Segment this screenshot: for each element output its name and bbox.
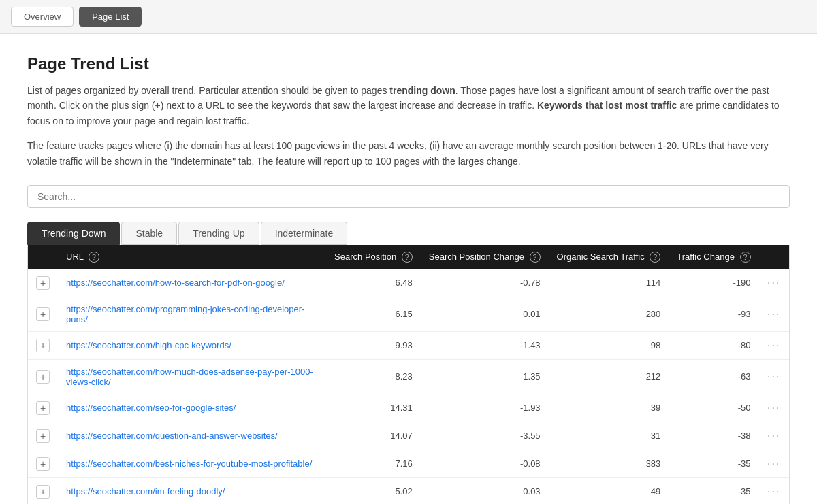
- th-search-position-change: Search Position Change ?: [421, 245, 549, 269]
- more-button[interactable]: ···: [767, 458, 780, 469]
- spc-cell: 0.01: [421, 297, 549, 331]
- ost-cell: 212: [549, 359, 669, 394]
- expand-button[interactable]: +: [36, 370, 50, 384]
- expand-cell: +: [28, 422, 58, 450]
- tab-trending-down[interactable]: Trending Down: [27, 222, 120, 245]
- trend-tabs: Trending Down Stable Trending Up Indeter…: [27, 222, 790, 245]
- expand-cell: +: [28, 297, 58, 331]
- spc-cell: 1.35: [421, 359, 549, 394]
- tc-cell: -50: [669, 394, 758, 422]
- th-sp-label: Search Position: [334, 252, 396, 262]
- ost-cell: 98: [549, 331, 669, 359]
- expand-cell: +: [28, 269, 58, 297]
- tab-indeterminate[interactable]: Indeterminate: [261, 222, 348, 245]
- url-help-icon[interactable]: ?: [89, 252, 99, 263]
- ost-cell: 39: [549, 394, 669, 422]
- expand-button[interactable]: +: [36, 485, 50, 499]
- spc-cell: -3.55: [421, 422, 549, 450]
- more-cell: ···: [759, 422, 790, 450]
- expand-cell: +: [28, 450, 58, 477]
- th-expand: [28, 245, 58, 269]
- more-cell: ···: [759, 331, 790, 359]
- table-row: + https://seochatter.com/im-feeling-dood…: [28, 477, 789, 504]
- th-url: URL ?: [58, 245, 326, 269]
- table-row: + https://seochatter.com/question-and-an…: [28, 422, 789, 450]
- ost-cell: 114: [549, 269, 669, 297]
- spc-cell: -1.43: [421, 331, 549, 359]
- sp-cell: 6.15: [326, 297, 421, 331]
- sp-cell: 5.02: [326, 477, 421, 504]
- more-button[interactable]: ···: [767, 402, 780, 414]
- more-cell: ···: [759, 450, 790, 477]
- expand-cell: +: [28, 359, 58, 394]
- more-cell: ···: [759, 359, 790, 394]
- more-button[interactable]: ···: [767, 277, 780, 288]
- th-more: [759, 245, 790, 269]
- nav-overview[interactable]: Overview: [11, 7, 74, 27]
- more-button[interactable]: ···: [767, 371, 780, 382]
- th-ost-label: Organic Search Traffic: [557, 252, 645, 262]
- url-link[interactable]: https://seochatter.com/im-feeling-doodly…: [66, 486, 225, 497]
- table-row: + https://seochatter.com/programming-jok…: [28, 297, 789, 331]
- expand-button[interactable]: +: [36, 401, 50, 415]
- description-1: List of pages organized by overall trend…: [27, 83, 790, 129]
- expand-cell: +: [28, 331, 58, 359]
- tc-cell: -35: [669, 450, 758, 477]
- spc-cell: -0.78: [421, 269, 549, 297]
- sp-cell: 14.07: [326, 422, 421, 450]
- url-link[interactable]: https://seochatter.com/question-and-answ…: [66, 431, 278, 441]
- ost-help-icon[interactable]: ?: [650, 252, 660, 263]
- spc-cell: -0.08: [421, 450, 549, 477]
- table-row: + https://seochatter.com/high-cpc-keywor…: [28, 331, 789, 359]
- url-link[interactable]: https://seochatter.com/best-niches-for-y…: [66, 458, 312, 469]
- sp-cell: 8.23: [326, 359, 421, 394]
- ost-cell: 49: [549, 477, 669, 504]
- url-cell: https://seochatter.com/programming-jokes…: [58, 297, 326, 331]
- tc-cell: -63: [669, 359, 758, 394]
- sp-help-icon[interactable]: ?: [402, 252, 413, 263]
- url-cell: https://seochatter.com/how-much-does-ads…: [58, 359, 326, 394]
- url-link[interactable]: https://seochatter.com/programming-jokes…: [66, 304, 304, 324]
- expand-button[interactable]: +: [36, 429, 50, 443]
- more-button[interactable]: ···: [767, 308, 780, 320]
- tc-help-icon[interactable]: ?: [740, 252, 751, 263]
- tc-cell: -38: [669, 422, 758, 450]
- table-row: + https://seochatter.com/seo-for-google-…: [28, 394, 789, 422]
- url-link[interactable]: https://seochatter.com/how-to-search-for…: [66, 278, 285, 288]
- ost-cell: 383: [549, 450, 669, 477]
- search-input[interactable]: [27, 185, 790, 208]
- more-button[interactable]: ···: [767, 430, 780, 441]
- url-cell: https://seochatter.com/im-feeling-doodly…: [58, 477, 326, 504]
- tab-stable[interactable]: Stable: [121, 222, 177, 245]
- nav-page-list[interactable]: Page List: [79, 7, 142, 27]
- spc-help-icon[interactable]: ?: [530, 252, 541, 263]
- more-button[interactable]: ···: [767, 486, 780, 497]
- url-link[interactable]: https://seochatter.com/seo-for-google-si…: [66, 403, 236, 413]
- url-cell: https://seochatter.com/high-cpc-keywords…: [58, 331, 326, 359]
- description-2: The feature tracks pages where (i) the d…: [27, 138, 790, 169]
- sp-cell: 14.31: [326, 394, 421, 422]
- url-cell: https://seochatter.com/seo-for-google-si…: [58, 394, 326, 422]
- page-title: Page Trend List: [27, 54, 790, 73]
- expand-cell: +: [28, 477, 58, 504]
- th-spc-label: Search Position Change: [429, 252, 524, 262]
- url-link[interactable]: https://seochatter.com/how-much-does-ads…: [66, 367, 313, 387]
- url-link[interactable]: https://seochatter.com/high-cpc-keywords…: [66, 340, 231, 350]
- more-cell: ···: [759, 477, 790, 504]
- tc-cell: -190: [669, 269, 758, 297]
- spc-cell: -1.93: [421, 394, 549, 422]
- th-search-position: Search Position ?: [326, 245, 421, 269]
- more-cell: ···: [759, 394, 790, 422]
- more-button[interactable]: ···: [767, 339, 780, 351]
- expand-button[interactable]: +: [36, 276, 50, 290]
- expand-button[interactable]: +: [36, 457, 50, 471]
- expand-button[interactable]: +: [36, 339, 50, 352]
- more-cell: ···: [759, 269, 790, 297]
- th-organic-search-traffic: Organic Search Traffic ?: [549, 245, 669, 269]
- sp-cell: 7.16: [326, 450, 421, 477]
- expand-button[interactable]: +: [36, 307, 50, 321]
- tab-trending-up[interactable]: Trending Up: [178, 222, 259, 245]
- data-table-container: URL ? Search Position ? Search Position …: [27, 245, 790, 504]
- th-traffic-change: Traffic Change ?: [669, 245, 758, 269]
- desc1-bold: trending down: [389, 85, 455, 96]
